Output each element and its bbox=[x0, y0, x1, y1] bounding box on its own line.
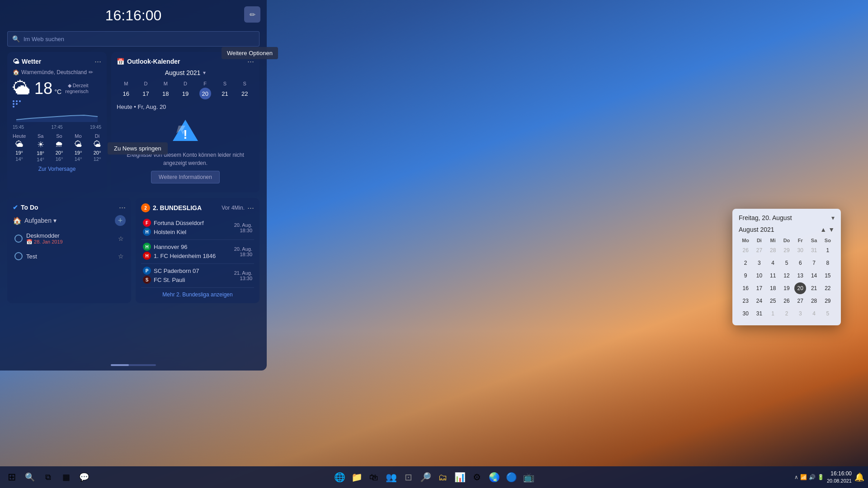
team-logo-fortuna: F bbox=[143, 219, 151, 227]
battery-icon[interactable]: 🔋 bbox=[817, 474, 824, 480]
rc-today-cell[interactable]: 20 bbox=[794, 282, 806, 294]
news-jump-tooltip[interactable]: Zu News springen bbox=[108, 142, 168, 155]
todo-title: ✔ To Do bbox=[13, 204, 38, 211]
weather-widget: 🌤 Wetter ··· 🏠 Warnemünde, Deutschland ✏… bbox=[7, 52, 107, 192]
taskbar-settings-button[interactable]: ⚙ bbox=[469, 469, 485, 485]
chart-times: 15:45 17:45 19:45 bbox=[13, 125, 101, 130]
taskbar-search2-button[interactable]: 🔎 bbox=[417, 469, 434, 485]
rc-next-month-button[interactable]: ▼ bbox=[828, 226, 835, 233]
calendar-month-row: August 2021 ▾ bbox=[117, 69, 254, 76]
forecast-heute: Heute 🌥 19° 14° bbox=[13, 133, 26, 162]
taskbar-search-button[interactable]: 🔍 bbox=[22, 469, 38, 485]
widget-scrollbar[interactable] bbox=[111, 364, 156, 366]
todo-check-icon: ✔ bbox=[13, 204, 18, 211]
calendar-title: 📅 Outlook-Kalender bbox=[117, 58, 180, 65]
taskbar-widgets-button[interactable]: ▦ bbox=[58, 469, 74, 485]
team-logo-hannover: H bbox=[143, 243, 151, 251]
taskbar-taskview-button[interactable]: ⧉ bbox=[40, 469, 56, 485]
bundesliga-more-link[interactable]: Mehr 2. Bundesliga anzeigen bbox=[141, 291, 254, 298]
todo-checkbox-deskmodder[interactable] bbox=[14, 235, 23, 243]
todo-menu-button[interactable]: ··· bbox=[119, 203, 126, 211]
widget-header: 16:16:00 bbox=[7, 7, 259, 24]
todo-add-button[interactable]: + bbox=[115, 215, 126, 226]
taskbar-fileexplorer2-button[interactable]: 🗂 bbox=[434, 469, 451, 485]
weather-location: 🏠 Warnemünde, Deutschland ✏ bbox=[13, 69, 101, 75]
weather-menu-button[interactable]: ··· bbox=[94, 57, 101, 66]
taskbar-terminal-button[interactable]: ⊡ bbox=[400, 469, 416, 485]
rc-header: Freitag, 20. August ▾ bbox=[739, 214, 835, 221]
weather-forecast: Heute 🌥 19° 14° Sa ☀ 18° 14° So 🌧 20° 16… bbox=[13, 133, 101, 162]
bl-match-2: H Hannover 96 H 1. FC Heidenheim 1846 20… bbox=[141, 240, 254, 264]
weather-temp-block: 18 °C bbox=[34, 79, 61, 98]
rc-month-label: August 2021 bbox=[739, 226, 774, 233]
bundesliga-title: 2 2. BUNDESLIGA bbox=[141, 203, 202, 212]
taskbar-center: 🌐 📁 🛍 👥 ⊡ 🔎 🗂 📊 ⚙ 🌏 🔵 📺 bbox=[331, 469, 537, 485]
systray-expand-button[interactable]: ∧ bbox=[794, 474, 798, 480]
rc-expand-button[interactable]: ▾ bbox=[831, 214, 835, 221]
edit-widgets-button[interactable]: ✏ bbox=[244, 6, 260, 23]
todo-text-test: Test bbox=[26, 253, 114, 260]
systray: ∧ 📶 🔊 🔋 bbox=[794, 474, 824, 480]
todo-checkbox-test[interactable] bbox=[14, 252, 23, 260]
edit-location-icon[interactable]: ✏ bbox=[89, 69, 93, 75]
network-icon[interactable]: 📶 bbox=[800, 474, 807, 480]
calendar-grid: M D M D F S S 16 17 18 19 20 21 22 bbox=[117, 80, 254, 100]
forecast-so: So 🌧 20° 16° bbox=[55, 133, 63, 162]
weather-title-row: 🌤 Wetter ··· bbox=[13, 57, 101, 66]
taskbar-explorer-button[interactable]: 📁 bbox=[349, 469, 365, 485]
rc-week-5: 23 24 25 26 27 28 29 bbox=[739, 295, 835, 307]
web-search-bar[interactable]: 🔍 Im Web suchen bbox=[7, 31, 259, 47]
warning-icon: ! bbox=[172, 117, 199, 147]
taskbar-store-button[interactable]: 🛍 bbox=[366, 469, 382, 485]
bundesliga-widget: 2 2. BUNDESLIGA Vor 4Min. ··· F Fortuna … bbox=[136, 198, 259, 303]
bl-match-date-2: 20. Aug. 18:30 bbox=[234, 246, 252, 257]
todo-item-test: Test ☆ bbox=[13, 249, 126, 263]
volume-icon[interactable]: 🔊 bbox=[809, 474, 816, 480]
rc-week-2: 2 3 4 5 6 7 8 bbox=[739, 257, 835, 269]
todo-widget: ✔ To Do ··· 🏠 Aufgaben ▾ + Deskmodder 📅 … bbox=[7, 198, 131, 303]
calendar-today-label: Heute • Fr, Aug. 20 bbox=[117, 103, 254, 110]
weather-status: ◆ Derzeit regnerisch bbox=[65, 83, 88, 94]
taskbar-left: ⊞ 🔍 ⧉ ▦ 💬 bbox=[4, 469, 92, 485]
rc-week-6: 30 31 1 2 3 4 5 bbox=[739, 307, 835, 320]
taskbar-browser-button[interactable]: 🔵 bbox=[503, 469, 519, 485]
taskbar-chat-button[interactable]: 💬 bbox=[76, 469, 92, 485]
forecast-mo: Mo 🌤 19° 14° bbox=[74, 133, 82, 162]
todo-star-deskmodder[interactable]: ☆ bbox=[118, 235, 124, 242]
todo-list-name[interactable]: Aufgaben ▾ bbox=[24, 217, 57, 224]
team-logo-paderborn: P bbox=[143, 267, 151, 275]
taskbar-edge2-button[interactable]: 🌏 bbox=[486, 469, 502, 485]
home-icon: 🏠 bbox=[13, 69, 19, 75]
more-options-tooltip: Weitere Optionen bbox=[222, 47, 278, 59]
bl-teams-3: P SC Paderborn 07 S FC St. Pauli bbox=[143, 267, 231, 285]
todo-star-test[interactable]: ☆ bbox=[118, 253, 124, 260]
rc-prev-month-button[interactable]: ▲ bbox=[820, 226, 826, 233]
weather-forecast-link[interactable]: Zur Vorhersage bbox=[13, 166, 101, 172]
rc-week-4: 16 17 18 19 20 21 22 bbox=[739, 282, 835, 295]
bundesliga-menu-button[interactable]: ··· bbox=[247, 204, 254, 212]
bl-match-date-3: 21. Aug. 13:30 bbox=[234, 270, 252, 281]
bl-match-date-1: 20. Aug. 18:30 bbox=[234, 222, 252, 233]
start-button[interactable]: ⊞ bbox=[4, 469, 20, 485]
widget-time: 16:16:00 bbox=[105, 7, 162, 24]
taskbar: ⊞ 🔍 ⧉ ▦ 💬 🌐 📁 🛍 👥 ⊡ 🔎 🗂 📊 ⚙ 🌏 🔵 📺 ∧ 📶 🔊 … bbox=[0, 466, 868, 488]
svg-text:!: ! bbox=[183, 127, 187, 141]
widget-scrollbar-thumb bbox=[111, 364, 129, 366]
todo-list-header: 🏠 Aufgaben ▾ + bbox=[13, 215, 126, 226]
rc-week-3: 9 10 11 12 13 14 15 bbox=[739, 269, 835, 282]
bl-teams-1: F Fortuna Düsseldorf H Holstein Kiel bbox=[143, 219, 231, 237]
taskbar-teams-button[interactable]: 👥 bbox=[383, 469, 399, 485]
calendar-month-chevron[interactable]: ▾ bbox=[203, 70, 206, 76]
widget-row-1: 🌤 Wetter ··· 🏠 Warnemünde, Deutschland ✏… bbox=[7, 52, 259, 192]
right-calendar-panel: Freitag, 20. August ▾ August 2021 ▲ ▼ Mo… bbox=[732, 209, 841, 325]
notifications-button[interactable]: 🔔 bbox=[854, 472, 864, 482]
bundesliga-header: 2 2. BUNDESLIGA Vor 4Min. ··· bbox=[141, 203, 254, 212]
bl-match-3: P SC Paderborn 07 S FC St. Pauli 21. Aug… bbox=[141, 264, 254, 288]
taskbar-app-button[interactable]: 📺 bbox=[520, 469, 537, 485]
todo-item-deskmodder: Deskmodder 📅 28. Jan 2019 ☆ bbox=[13, 230, 126, 248]
taskbar-clock[interactable]: 16:16:00 20.08.2021 bbox=[827, 470, 852, 484]
taskbar-office-button[interactable]: 📊 bbox=[452, 469, 468, 485]
taskbar-edge-button[interactable]: 🌐 bbox=[331, 469, 348, 485]
rain-indicator bbox=[13, 100, 101, 108]
calendar-info-button[interactable]: Weitere Informationen bbox=[151, 171, 220, 183]
